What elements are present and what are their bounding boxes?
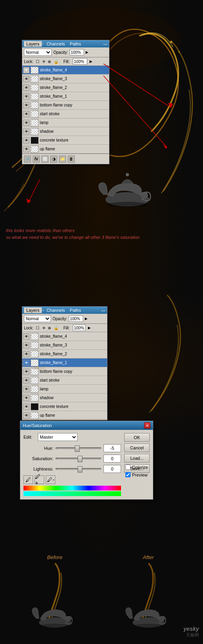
- opacity-input-2[interactable]: [69, 315, 83, 322]
- eye-icon-7[interactable]: 👁: [23, 120, 29, 126]
- eye-icon2-9[interactable]: 👁: [23, 404, 29, 410]
- layer2-name-start-stroke: start stroke: [40, 378, 106, 382]
- eye-icon2-10[interactable]: 👁: [23, 412, 29, 419]
- footer-delete-icon[interactable]: 🗑: [68, 156, 75, 163]
- layer-row-lamp[interactable]: 👁 lamp: [22, 118, 109, 127]
- svg-point-9: [107, 202, 147, 207]
- eye-icon-9[interactable]: 👁: [23, 137, 29, 144]
- watermark-site: yesky: [183, 626, 199, 632]
- layer2-row-stroke-flame-4[interactable]: 👁 stroke_flame_4: [22, 332, 107, 341]
- layer-row-bottom-flame-copy[interactable]: 👁 bottom flame copy: [22, 101, 109, 110]
- eye-icon2-7[interactable]: 👁: [23, 386, 29, 392]
- eye-icon-4[interactable]: 👁: [23, 93, 29, 100]
- footer-adj-icon[interactable]: ◑: [50, 156, 57, 163]
- eye-icon2-3[interactable]: 👁: [23, 351, 29, 357]
- lightness-slider-thumb[interactable]: [78, 466, 82, 473]
- dialog-titlebar: Hue/Saturation ✕: [20, 421, 153, 430]
- lock-row-1: Lock: ☐ ✛ ⊕ 🔒 Fill: ▶: [22, 57, 109, 66]
- cancel-button[interactable]: Cancel: [124, 443, 150, 452]
- layer-row-stroke-flame-3[interactable]: 👁 stroke_flame_3: [22, 75, 109, 83]
- layer2-row-shadow[interactable]: 👁 shadow: [22, 394, 107, 402]
- layer2-row-start-stroke[interactable]: 👁 start stroke: [22, 376, 107, 385]
- layer-thumb-7: [31, 119, 39, 126]
- eye-icon2-5[interactable]: 👁: [23, 368, 29, 375]
- layer-thumb-6: [31, 110, 39, 118]
- eye-icon2-4[interactable]: 👁: [23, 360, 29, 366]
- preview-checkbox[interactable]: [125, 472, 131, 477]
- dialog-title: Hue/Saturation: [23, 423, 52, 428]
- tab-channels-2[interactable]: Channels: [44, 307, 67, 313]
- hue-input[interactable]: -5: [103, 444, 121, 452]
- panel-close-2[interactable]: —: [101, 308, 105, 313]
- lock-label-1: Lock:: [24, 59, 33, 64]
- dialog-close-button[interactable]: ✕: [144, 422, 150, 429]
- layer-row-shadow[interactable]: 👁 shadow: [22, 127, 109, 136]
- panel-close-1[interactable]: —: [103, 41, 107, 46]
- saturation-slider-container: [56, 455, 101, 462]
- eye-icon2-1[interactable]: 👁: [23, 333, 29, 340]
- layer2-row-stroke-flame-2[interactable]: 👁 stroke_flame_2: [22, 350, 107, 358]
- layer2-name-stroke-flame-3: stroke_flame_3: [40, 343, 106, 347]
- layer-thumb-9: [31, 137, 39, 144]
- layer2-row-lamp[interactable]: 👁 lamp: [22, 385, 107, 394]
- layer2-row-up-flame[interactable]: 👁 up flame: [22, 411, 107, 420]
- hue-slider-thumb[interactable]: [75, 445, 80, 452]
- tab-channels-1[interactable]: Channels: [44, 41, 67, 47]
- tab-layers-2[interactable]: Layers: [24, 307, 42, 313]
- edit-select[interactable]: Master: [38, 433, 78, 441]
- watermark: yesky 天极网: [183, 626, 199, 638]
- eye-icon2-2[interactable]: 👁: [23, 342, 29, 349]
- colorize-checkbox[interactable]: [125, 465, 131, 470]
- layer-row-start-stroke[interactable]: 👁 start stroke: [22, 110, 109, 118]
- layer2-row-concrete[interactable]: 👁 concrete texture: [22, 402, 107, 411]
- blend-mode-select-1[interactable]: Normal: [24, 49, 52, 56]
- fill-input-2[interactable]: [73, 325, 86, 331]
- saturation-input[interactable]: 0: [103, 455, 121, 463]
- eye-icon-2[interactable]: 👁: [23, 76, 29, 82]
- fill-input-1[interactable]: [73, 58, 87, 65]
- eyedropper-button-3[interactable]: 🖊-: [46, 475, 55, 484]
- eyedropper-button-1[interactable]: 🖊: [23, 475, 33, 484]
- opacity-input-1[interactable]: [70, 49, 84, 55]
- layer2-thumb-7: [31, 386, 39, 393]
- layer-row-stroke-flame-2[interactable]: 👁 stroke_flame_2: [22, 83, 109, 92]
- layer-row-concrete[interactable]: 👁 concrete texture: [22, 136, 109, 145]
- hue-row: Hue: -5: [23, 444, 121, 452]
- eye-icon-5[interactable]: 👁: [23, 102, 29, 108]
- panel-tabs-1: Layers × Channels Paths: [24, 41, 84, 47]
- layers-panel-2: Layers × Channels Paths — Normal Opacity…: [22, 306, 107, 420]
- layers-panel-1: Layers × Channels Paths — Normal Opacity…: [22, 40, 109, 164]
- eye-icon-3[interactable]: 👁: [23, 85, 29, 91]
- layer-row-stroke-flame-4[interactable]: 👁 stroke_flame_4: [22, 66, 109, 75]
- footer-fx-icon[interactable]: fx: [33, 156, 40, 163]
- eye-icon2-8[interactable]: 👁: [23, 395, 29, 401]
- layer2-row-stroke-flame-3[interactable]: 👁 stroke_flame_3: [22, 341, 107, 350]
- tab-paths-2[interactable]: Paths: [67, 307, 83, 313]
- tab-paths-1[interactable]: Paths: [67, 41, 83, 47]
- layer-row-stroke-flame-1-a[interactable]: 👁 stroke_flame_1: [22, 92, 109, 101]
- layer-row-up-flame[interactable]: 👁 up flame: [22, 145, 109, 154]
- footer-mask-icon[interactable]: ⬜: [41, 156, 49, 163]
- eye-icon-1[interactable]: 👁: [23, 67, 29, 73]
- svg-line-3: [103, 76, 167, 148]
- eye-icon-10[interactable]: 👁: [23, 146, 29, 152]
- eye-icon2-6[interactable]: 👁: [23, 377, 29, 384]
- svg-point-7: [105, 192, 149, 207]
- rainbow-bar: [23, 486, 121, 490]
- blend-mode-row-2: Normal Opacity: ▶: [22, 314, 107, 324]
- layer2-thumb-9: [31, 403, 39, 410]
- footer-link-icon[interactable]: 🔗: [24, 156, 31, 163]
- tab-layers-1[interactable]: Layers: [24, 41, 42, 47]
- load-button[interactable]: Load...: [124, 454, 150, 463]
- footer-folder-icon[interactable]: 📁: [59, 156, 66, 163]
- eyedropper-button-2[interactable]: 🖊+: [35, 475, 44, 484]
- saturation-slider-thumb[interactable]: [78, 456, 82, 462]
- saturation-slider-track: [56, 458, 101, 459]
- blend-mode-select-2[interactable]: Normal: [24, 315, 51, 322]
- layer2-name-up-flame: up flame: [40, 413, 106, 418]
- eye-icon-8[interactable]: 👁: [23, 128, 29, 135]
- ok-button[interactable]: OK: [124, 433, 150, 442]
- eye-icon-6[interactable]: 👁: [23, 111, 29, 117]
- layer-name-concrete: concrete texture: [40, 138, 108, 142]
- lightness-input[interactable]: 0: [103, 465, 121, 473]
